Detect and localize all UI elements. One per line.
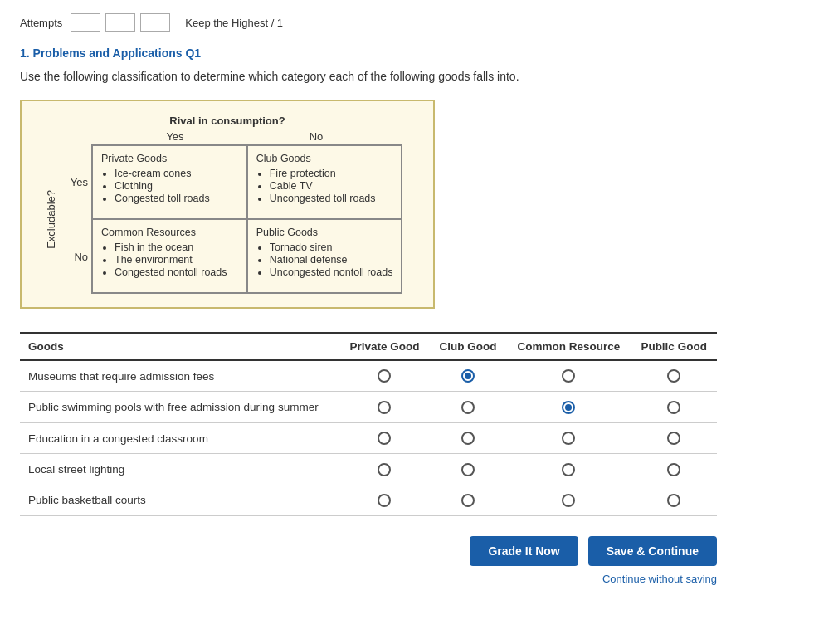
inner-grid: Private Goods Ice-cream cones Clothing C… xyxy=(91,144,402,294)
club-item-2: Cable TV xyxy=(270,180,393,192)
radio-btn[interactable] xyxy=(667,432,680,445)
club-goods-title: Club Goods xyxy=(256,153,393,164)
attempts-bar: Attempts Keep the Highest / 1 xyxy=(20,13,794,32)
radio-club-2[interactable] xyxy=(430,392,507,422)
continue-without-saving-link[interactable]: Continue without saving xyxy=(602,573,717,585)
radio-club-4[interactable] xyxy=(430,454,507,485)
club-item-1: Fire protection xyxy=(270,168,393,179)
instruction-text: Use the following classification to dete… xyxy=(20,70,794,83)
save-continue-button[interactable]: Save & Continue xyxy=(588,536,717,566)
keep-highest-label: Keep the Highest / 1 xyxy=(185,17,283,29)
table-row: Local street lighting xyxy=(20,454,717,485)
attempts-label: Attempts xyxy=(20,17,62,29)
radio-common-2[interactable] xyxy=(506,392,631,422)
public-item-3: Uncongested nontoll roads xyxy=(270,266,393,278)
no-row-label: No xyxy=(65,219,88,294)
radio-public-3[interactable] xyxy=(631,422,717,453)
table-row: Public basketball courts xyxy=(20,485,717,515)
private-item-1: Ice-cream cones xyxy=(115,168,238,179)
radio-private-4[interactable] xyxy=(339,454,429,485)
radio-club-3[interactable] xyxy=(430,422,507,453)
private-item-3: Congested toll roads xyxy=(115,193,238,204)
rival-header: Rival in consumption? xyxy=(38,115,417,127)
radio-btn[interactable] xyxy=(667,463,680,476)
good-name: Public swimming pools with free admissio… xyxy=(20,392,339,422)
common-resources-cell: Common Resources Fish in the ocean The e… xyxy=(92,219,247,293)
common-item-3: Congested nontoll roads xyxy=(115,266,238,278)
no-col-header: No xyxy=(246,130,387,143)
radio-common-4[interactable] xyxy=(506,454,631,485)
radio-btn[interactable] xyxy=(461,463,475,476)
radio-common-1[interactable] xyxy=(506,360,631,392)
radio-btn[interactable] xyxy=(378,463,391,476)
radio-btn[interactable] xyxy=(461,432,475,445)
radio-btn[interactable] xyxy=(667,494,680,507)
radio-btn[interactable] xyxy=(461,369,475,383)
radio-public-2[interactable] xyxy=(631,392,717,422)
yes-row-label: Yes xyxy=(65,144,88,219)
radio-btn[interactable] xyxy=(562,463,575,476)
table-row: Public swimming pools with free admissio… xyxy=(20,392,717,422)
col-club-good: Club Good xyxy=(430,333,507,360)
radio-private-1[interactable] xyxy=(339,360,429,392)
radio-private-5[interactable] xyxy=(339,485,429,515)
grade-button[interactable]: Grade It Now xyxy=(470,536,578,566)
col-common-resource: Common Resource xyxy=(506,333,631,360)
radio-club-1[interactable] xyxy=(430,360,507,392)
good-name: Public basketball courts xyxy=(20,485,339,515)
table-row: Museums that require admission fees xyxy=(20,360,717,392)
radio-private-3[interactable] xyxy=(339,422,429,453)
good-name: Local street lighting xyxy=(20,454,339,485)
radio-btn[interactable] xyxy=(378,369,391,383)
excludable-label: Excludable? xyxy=(45,190,57,249)
attempts-box-1 xyxy=(71,13,100,32)
radio-public-1[interactable] xyxy=(631,360,717,392)
radio-btn[interactable] xyxy=(562,369,575,383)
radio-public-4[interactable] xyxy=(631,454,717,485)
radio-club-5[interactable] xyxy=(430,485,507,515)
radio-btn[interactable] xyxy=(667,401,680,414)
attempts-box-3 xyxy=(140,13,170,32)
club-goods-cell: Club Goods Fire protection Cable TV Unco… xyxy=(247,145,402,219)
button-row: Grade It Now Save & Continue xyxy=(470,536,717,566)
radio-public-5[interactable] xyxy=(631,485,717,515)
public-goods-cell: Public Goods Tornado siren National defe… xyxy=(247,219,402,293)
public-goods-title: Public Goods xyxy=(256,227,393,238)
classification-table: Rival in consumption? Yes No Excludable?… xyxy=(20,100,435,309)
radio-btn[interactable] xyxy=(378,401,391,414)
radio-btn[interactable] xyxy=(378,432,391,445)
radio-private-2[interactable] xyxy=(339,392,429,422)
question-title: 1. Problems and Applications Q1 xyxy=(20,46,794,60)
col-public-good: Public Good xyxy=(631,333,717,360)
radio-common-5[interactable] xyxy=(506,485,631,515)
common-item-2: The environment xyxy=(115,254,238,266)
public-item-1: Tornado siren xyxy=(270,242,393,253)
good-name: Museums that require admission fees xyxy=(20,360,339,392)
table-row: Education in a congested classroom xyxy=(20,422,717,453)
goods-table: Goods Private Good Club Good Common Reso… xyxy=(20,332,717,516)
radio-btn[interactable] xyxy=(461,401,475,414)
radio-btn[interactable] xyxy=(378,494,391,507)
common-item-1: Fish in the ocean xyxy=(115,242,238,253)
private-item-2: Clothing xyxy=(115,180,238,192)
common-resources-title: Common Resources xyxy=(101,227,238,238)
radio-btn[interactable] xyxy=(562,432,575,445)
radio-btn[interactable] xyxy=(562,401,575,414)
attempts-box-2 xyxy=(105,13,135,32)
col-private-good: Private Good xyxy=(339,333,429,360)
bottom-bar: Grade It Now Save & Continue Continue wi… xyxy=(20,536,717,585)
club-item-3: Uncongested toll roads xyxy=(270,193,393,204)
good-name: Education in a congested classroom xyxy=(20,422,339,453)
radio-common-3[interactable] xyxy=(506,422,631,453)
private-goods-title: Private Goods xyxy=(101,153,238,164)
private-goods-cell: Private Goods Ice-cream cones Clothing C… xyxy=(92,145,247,219)
radio-btn[interactable] xyxy=(667,369,680,383)
yes-col-header: Yes xyxy=(105,130,246,143)
public-item-2: National defense xyxy=(270,254,393,266)
radio-btn[interactable] xyxy=(461,494,475,507)
radio-btn[interactable] xyxy=(562,494,575,507)
col-goods: Goods xyxy=(20,333,339,360)
